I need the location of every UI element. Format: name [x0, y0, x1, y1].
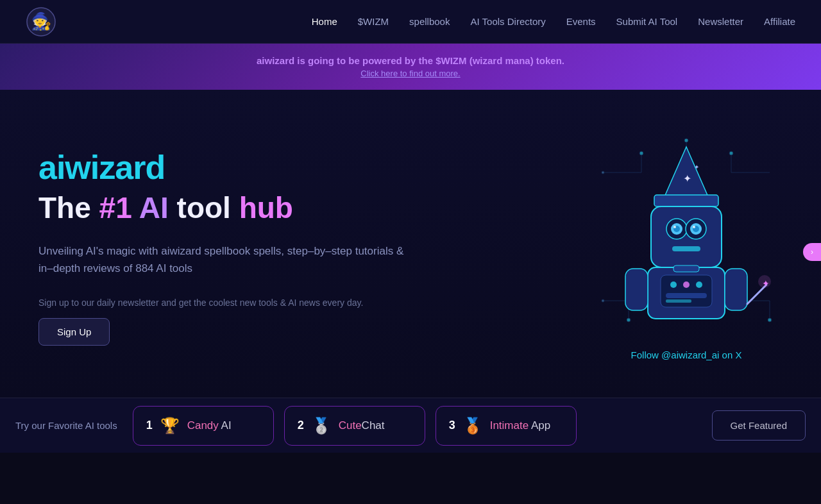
banner-main-text: aiwizard is going to be powered by the $…: [26, 55, 795, 66]
hero-signup-prompt: Sign up to our daily newsletter and get …: [38, 298, 410, 308]
tagline-the: The: [38, 191, 99, 224]
nav-wizm[interactable]: $WIZM: [358, 16, 389, 27]
silver-medal-icon: 🥈: [312, 417, 331, 435]
svg-point-30: [693, 226, 695, 228]
svg-rect-39: [625, 269, 648, 310]
trophy-icon: 🏆: [160, 417, 180, 435]
tagline-hub: hub: [231, 191, 293, 224]
signup-button[interactable]: Sign Up: [38, 318, 110, 346]
svg-point-17: [684, 139, 688, 142]
hero-description: Unveiling AI's magic with aiwizard spell…: [38, 242, 410, 277]
tool-name-2-part1: Cute: [339, 419, 362, 432]
svg-rect-44: [673, 265, 699, 272]
svg-rect-37: [666, 293, 707, 298]
svg-rect-19: [654, 195, 718, 206]
svg-point-14: [602, 171, 604, 174]
bronze-medal-icon: 🥉: [463, 417, 482, 435]
nav-submit-ai-tool[interactable]: Submit AI Tool: [616, 16, 678, 27]
logo-icon: 🧙: [26, 6, 56, 37]
tool-name-1-part1: Candy: [187, 419, 219, 432]
favorite-tools-label: Try our Favorite AI tools: [15, 420, 117, 431]
rank-2: 2: [298, 419, 304, 432]
svg-rect-40: [725, 269, 747, 310]
rank-1: 1: [146, 419, 153, 432]
tagline-ai: AI: [132, 191, 169, 224]
tool-card-1[interactable]: 1 🏆 Candy AI: [133, 406, 274, 446]
nav-events[interactable]: Events: [566, 16, 596, 27]
nav-affiliate[interactable]: Affiliate: [764, 16, 795, 27]
svg-point-35: [683, 281, 690, 288]
logo[interactable]: 🧙: [26, 6, 56, 37]
follow-prefix: Follow: [631, 349, 662, 360]
svg-point-12: [627, 318, 631, 322]
nav-links: Home $WIZM spellbook AI Tools Directory …: [312, 16, 795, 28]
nav-spellbook[interactable]: spellbook: [409, 16, 450, 27]
svg-point-13: [768, 318, 772, 322]
banner-sub-link[interactable]: Click here to find out more.: [26, 69, 795, 78]
hero-visual: ✦ ✦: [590, 134, 783, 360]
chevron-icon: ›: [811, 248, 813, 256]
hero-brand: aiwizard: [38, 148, 410, 187]
tool-name-1: Candy AI: [187, 419, 232, 432]
promo-banner: aiwizard is going to be powered by the $…: [0, 44, 821, 90]
hero-content: aiwizard The #1 AI tool hub Unveiling AI…: [38, 148, 410, 346]
follow-suffix: on X: [719, 349, 741, 360]
svg-text:🧙: 🧙: [31, 11, 52, 31]
hero-section: aiwizard The #1 AI tool hub Unveiling AI…: [0, 90, 821, 398]
tool-name-3-part2: App: [529, 419, 550, 432]
follow-handle[interactable]: @aiwizard_ai: [661, 349, 719, 360]
svg-text:✦: ✦: [683, 173, 691, 184]
svg-point-10: [639, 151, 643, 155]
get-featured-button[interactable]: Get Featured: [712, 410, 806, 441]
svg-point-15: [602, 299, 604, 302]
svg-rect-38: [666, 299, 691, 303]
banner-highlight: aiwizard is going to be powered by the $…: [257, 55, 564, 66]
svg-point-43: [758, 275, 771, 288]
tool-name-2-part2: Chat: [362, 419, 385, 432]
side-toggle-button[interactable]: ›: [803, 243, 821, 261]
nav-newsletter[interactable]: Newsletter: [698, 16, 743, 27]
tool-name-3: Intimate App: [490, 419, 551, 432]
tool-name-1-part2: AI: [219, 419, 232, 432]
svg-rect-31: [672, 246, 700, 251]
svg-point-11: [729, 151, 733, 155]
tool-name-2: CuteChat: [339, 419, 385, 432]
tool-card-3[interactable]: 3 🥉 Intimate App: [436, 406, 577, 446]
nav-home[interactable]: Home: [312, 16, 337, 27]
svg-rect-22: [651, 206, 722, 267]
tagline-tool: tool: [169, 191, 231, 224]
tagline-1: #1: [99, 191, 132, 224]
wizard-illustration: ✦ ✦: [590, 134, 783, 339]
svg-point-29: [673, 226, 676, 228]
svg-text:✦: ✦: [694, 164, 699, 171]
svg-marker-18: [664, 147, 709, 198]
tool-name-3-part1: Intimate: [490, 419, 529, 432]
follow-cta: Follow @aiwizard_ai on X: [631, 349, 742, 360]
bottom-bar: Try our Favorite AI tools 1 🏆 Candy AI 2…: [0, 398, 821, 453]
rank-3: 3: [449, 419, 455, 432]
navbar: 🧙 Home $WIZM spellbook AI Tools Director…: [0, 0, 821, 44]
svg-point-34: [670, 281, 677, 288]
hero-tagline: The #1 AI tool hub: [38, 192, 410, 224]
nav-ai-tools-directory[interactable]: AI Tools Directory: [470, 16, 545, 27]
tool-card-2[interactable]: 2 🥈 CuteChat: [284, 406, 425, 446]
svg-point-36: [696, 281, 702, 288]
